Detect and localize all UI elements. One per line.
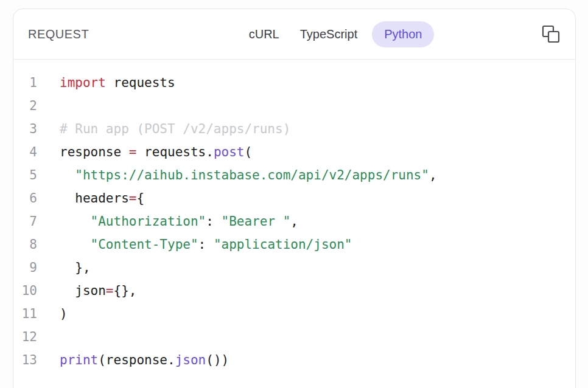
request-panel-header: REQUEST cURLTypeScriptPython (13, 9, 575, 60)
copy-icon (542, 25, 560, 43)
token-plain: ) (60, 307, 68, 321)
panel-title: REQUEST (28, 27, 89, 41)
token-plain: , (429, 168, 437, 182)
code-line: 6 headers={ (13, 187, 575, 210)
line-number: 13 (13, 348, 37, 372)
token-string: "https://aihub.instabase.com/api/v2/apps… (75, 168, 429, 182)
token-op: = (129, 145, 137, 159)
line-number: 8 (13, 233, 37, 256)
code-line: 7 "Authorization": "Bearer ", (13, 210, 575, 233)
code-line-text: json={}, (60, 279, 136, 302)
line-number: 9 (13, 256, 37, 279)
line-number: 10 (13, 279, 37, 302)
token-plain: {}, (114, 283, 137, 298)
language-tabs: cURLTypeScriptPython (243, 21, 435, 47)
token-string: "Bearer " (222, 214, 291, 229)
token-plain (60, 168, 75, 182)
line-number: 5 (13, 164, 37, 187)
token-string: "Authorization" (91, 214, 206, 229)
token-plain: (response. (98, 353, 175, 367)
code-line-text: import requests (60, 71, 175, 94)
token-plain: response (60, 145, 129, 159)
token-func: json (175, 353, 206, 367)
token-plain (60, 214, 91, 229)
token-plain: ()) (206, 353, 229, 367)
code-line-text: "Content-Type": "application/json" (60, 233, 352, 256)
tab-python[interactable]: Python (372, 21, 434, 47)
token-func: post (214, 145, 245, 159)
code-line-text: ) (60, 302, 68, 325)
token-plain: : (198, 237, 214, 252)
token-plain: , (290, 214, 298, 229)
code-line: 8 "Content-Type": "application/json" (13, 233, 575, 256)
token-plain: { (136, 191, 144, 206)
line-number: 7 (13, 210, 37, 233)
code-line-text: # Run app (POST /v2/apps/runs) (60, 117, 290, 140)
line-number: 12 (13, 325, 37, 348)
code-line-text: "https://aihub.instabase.com/api/v2/apps… (60, 164, 437, 187)
token-op: = (129, 191, 137, 206)
line-number: 3 (13, 117, 37, 140)
line-number: 4 (13, 140, 37, 164)
token-string: "application/json" (214, 237, 352, 252)
code-line: 12 (13, 325, 575, 348)
code-line: 5 "https://aihub.instabase.com/api/v2/ap… (13, 164, 575, 187)
tab-curl[interactable]: cURL (243, 21, 285, 47)
code-line: 10 json={}, (13, 279, 575, 302)
code-line-text: headers={ (60, 187, 144, 210)
code-line: 2 (13, 94, 575, 117)
token-plain: json (60, 283, 106, 298)
copy-button[interactable] (542, 25, 560, 43)
token-plain: requests. (136, 145, 213, 159)
token-string: "Content-Type" (91, 237, 198, 252)
code-line: 4response = requests.post( (13, 140, 575, 164)
request-panel: REQUEST cURLTypeScriptPython 1import req… (13, 9, 576, 388)
code-line: 11) (13, 302, 575, 325)
code-line-text: response = requests.post( (60, 140, 252, 164)
code-line: 13print(response.json()) (13, 348, 575, 372)
line-number: 1 (13, 71, 37, 94)
token-func: print (60, 353, 98, 367)
line-number: 2 (13, 94, 37, 117)
code-block: 1import requests23# Run app (POST /v2/ap… (13, 60, 575, 386)
code-line: 1import requests (13, 71, 575, 94)
token-comment: # Run app (POST /v2/apps/runs) (60, 122, 290, 136)
tab-typescript[interactable]: TypeScript (294, 21, 363, 47)
code-line: 9 }, (13, 256, 575, 279)
token-plain (60, 237, 91, 252)
token-plain: : (206, 214, 221, 229)
token-keyword: import (60, 75, 106, 90)
code-line: 3# Run app (POST /v2/apps/runs) (13, 117, 575, 140)
token-plain: ( (244, 145, 252, 159)
code-line-text: }, (60, 256, 91, 279)
token-plain: }, (60, 260, 91, 275)
token-plain: requests (106, 75, 175, 90)
token-op: = (106, 283, 114, 298)
line-number: 6 (13, 187, 37, 210)
code-line-text: print(response.json()) (60, 348, 229, 372)
code-line-text: "Authorization": "Bearer ", (60, 210, 298, 233)
line-number: 11 (13, 302, 37, 325)
token-plain: headers (60, 191, 129, 206)
